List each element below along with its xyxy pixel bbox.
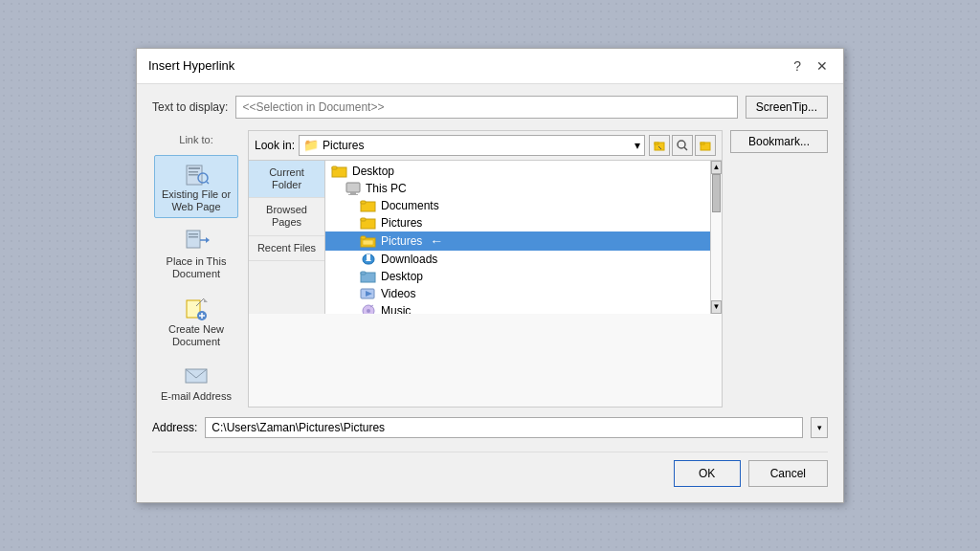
address-row: Address: ▾ <box>152 417 828 438</box>
address-label: Address: <box>152 421 197 434</box>
list-item[interactable]: Music <box>325 302 710 314</box>
look-in-value: Pictures <box>323 139 364 152</box>
svg-rect-38 <box>367 254 370 259</box>
music-icon <box>360 304 377 314</box>
cancel-button[interactable]: Cancel <box>748 460 828 487</box>
screentip-button[interactable]: ScreenTip... <box>746 96 828 119</box>
toolbar-btn-3[interactable] <box>695 135 716 156</box>
svg-rect-35 <box>363 240 373 245</box>
content-area: Look in: 📁 Pictures ▾ <box>248 130 723 408</box>
list-item[interactable]: Desktop <box>325 163 710 180</box>
svg-rect-40 <box>361 272 366 275</box>
svg-point-20 <box>678 141 685 148</box>
sidebar-item-create[interactable]: Create NewDocument <box>154 290 238 353</box>
folder-icon <box>700 140 711 151</box>
list-item[interactable]: Pictures <box>325 214 710 231</box>
sidebar-place-label: Place in ThisDocument <box>167 255 227 280</box>
place-document-icon <box>183 227 210 253</box>
scroll-down[interactable]: ▼ <box>711 300 722 314</box>
svg-point-44 <box>367 309 370 313</box>
insert-hyperlink-dialog: Insert Hyperlink ? ✕ Text to display: Sc… <box>136 48 844 503</box>
sidebar-existing-label: Existing File orWeb Page <box>162 188 231 213</box>
scroll-thumb[interactable] <box>712 174 721 212</box>
text-display-label: Text to display: <box>152 100 228 114</box>
title-bar-controls: ? ✕ <box>790 56 832 76</box>
svg-line-21 <box>684 147 687 150</box>
recent-files-btn[interactable]: Recent Files <box>249 236 324 261</box>
file-item-selected-name: Pictures <box>381 234 422 248</box>
file-list-container: CurrentFolder BrowsedPages Recent Files … <box>249 161 722 314</box>
dialog-title: Insert Hyperlink <box>148 58 234 73</box>
svg-marker-10 <box>206 237 210 243</box>
file-list: Desktop This PC Docume <box>325 161 710 314</box>
browsed-pages-btn[interactable]: BrowsedPages <box>249 198 324 235</box>
close-button[interactable]: ✕ <box>813 56 832 76</box>
svg-rect-8 <box>189 236 198 238</box>
look-in-label: Look in: <box>255 139 295 152</box>
text-display-row: Text to display: ScreenTip... <box>152 96 828 119</box>
file-list-wrapper: Desktop This PC Docume <box>325 161 722 314</box>
file-item-name: Desktop <box>352 165 394 178</box>
desktop-blue-folder-icon <box>360 270 377 283</box>
dialog-body: Text to display: ScreenTip... Link to: <box>137 84 843 502</box>
svg-rect-7 <box>189 233 198 235</box>
help-button[interactable]: ? <box>790 56 805 76</box>
scrollbar[interactable]: ▲ ▼ <box>710 161 722 314</box>
look-in-bar: Look in: 📁 Pictures ▾ <box>249 131 722 161</box>
svg-rect-30 <box>361 201 366 204</box>
create-document-icon <box>183 295 210 321</box>
svg-rect-19 <box>655 143 658 144</box>
videos-icon <box>360 287 377 300</box>
sidebar-email-label: E-mail Address <box>161 390 232 403</box>
list-item[interactable]: This PC <box>325 180 710 197</box>
pictures-open-folder-icon <box>360 234 377 248</box>
main-section: Link to: Existing File orWeb Page <box>152 130 828 408</box>
scroll-track <box>711 174 722 300</box>
toolbar-btn-2[interactable] <box>672 135 693 156</box>
address-input[interactable] <box>205 417 803 438</box>
right-panel: Bookmark... <box>723 130 828 408</box>
title-bar: Insert Hyperlink ? ✕ <box>137 49 843 84</box>
text-display-input[interactable] <box>235 96 737 119</box>
svg-rect-2 <box>189 171 198 173</box>
sidebar-item-email[interactable]: E-mail Address <box>154 357 238 408</box>
file-nav-panel: CurrentFolder BrowsedPages Recent Files <box>249 161 325 314</box>
ok-button[interactable]: OK <box>674 460 741 487</box>
file-item-name: Pictures <box>381 216 422 230</box>
link-to-label: Link to: <box>179 134 212 145</box>
svg-rect-28 <box>348 194 358 195</box>
look-in-dropdown-arrow: ▾ <box>635 139 640 152</box>
list-item[interactable]: Desktop <box>325 268 710 285</box>
list-item[interactable]: Documents <box>325 197 710 214</box>
arrow-indicator: ← <box>430 233 443 249</box>
file-item-name: Music <box>381 304 411 314</box>
pc-icon <box>345 182 362 195</box>
email-icon <box>183 362 210 388</box>
file-item-name: Desktop <box>381 270 423 283</box>
sidebar-item-existing[interactable]: Existing File orWeb Page <box>154 155 238 218</box>
list-item-selected[interactable]: Pictures ← <box>325 231 710 251</box>
existing-file-icon <box>183 160 210 187</box>
folder-nav-icon <box>654 140 665 151</box>
svg-marker-13 <box>204 298 208 302</box>
svg-line-5 <box>207 182 209 184</box>
scroll-up[interactable]: ▲ <box>711 161 722 174</box>
svg-rect-6 <box>187 231 200 248</box>
svg-rect-27 <box>350 192 356 194</box>
toolbar-icons <box>649 135 716 156</box>
svg-rect-25 <box>332 166 337 169</box>
list-item[interactable]: Downloads <box>325 251 710 268</box>
file-item-name: Downloads <box>381 253 437 266</box>
sidebar-item-place[interactable]: Place in ThisDocument <box>154 222 238 285</box>
bookmark-button[interactable]: Bookmark... <box>730 130 828 153</box>
sidebar-create-label: Create NewDocument <box>168 323 224 348</box>
file-item-name: Videos <box>381 287 415 300</box>
current-folder-btn[interactable]: CurrentFolder <box>249 161 324 198</box>
documents-folder-icon <box>360 199 377 212</box>
toolbar-btn-1[interactable] <box>649 135 670 156</box>
desktop-folder-icon <box>331 165 348 178</box>
svg-rect-26 <box>346 183 360 192</box>
look-in-select[interactable]: 📁 Pictures ▾ <box>299 135 645 156</box>
list-item[interactable]: Videos <box>325 285 710 302</box>
address-dropdown-button[interactable]: ▾ <box>811 417 828 438</box>
